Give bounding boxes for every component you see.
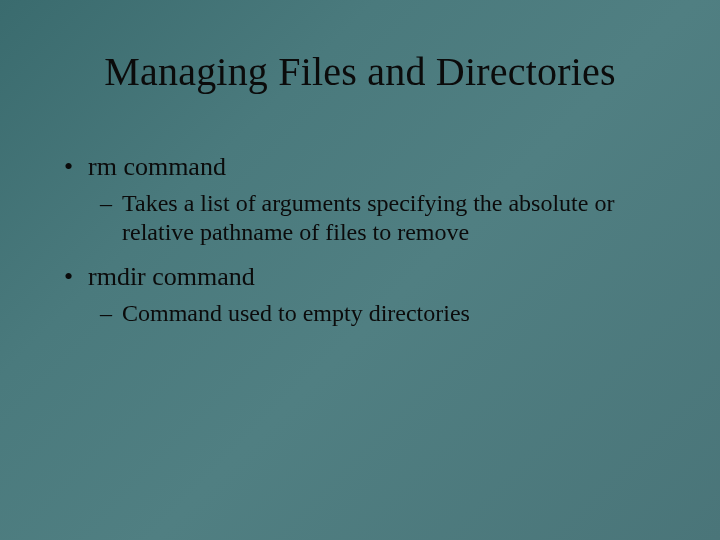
bullet-text: rmdir command (88, 262, 255, 291)
slide-title: Managing Files and Directories (0, 0, 720, 95)
bullet-rm: rm command (60, 151, 660, 183)
bullet-text: rm command (88, 152, 226, 181)
sub-bullet-text: Command used to empty directories (122, 300, 470, 326)
sub-bullet-text: Takes a list of arguments specifying the… (122, 190, 614, 245)
sub-bullet-rm: Takes a list of arguments specifying the… (60, 189, 660, 248)
slide: Managing Files and Directories rm comman… (0, 0, 720, 540)
slide-content: rm command Takes a list of arguments spe… (0, 95, 720, 328)
bullet-rmdir: rmdir command (60, 261, 660, 293)
sub-bullet-rmdir: Command used to empty directories (60, 299, 660, 328)
